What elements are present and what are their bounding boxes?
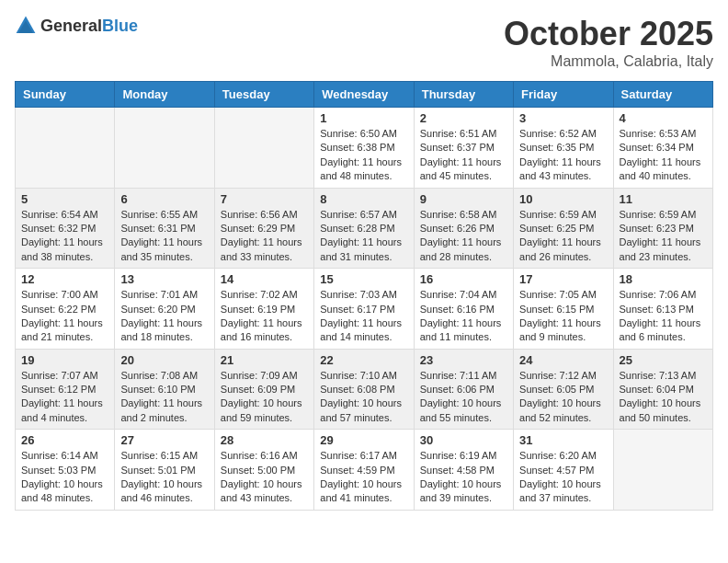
day-info: Sunrise: 7:06 AM Sunset: 6:13 PM Dayligh… [620,288,707,345]
day-number: 8 [320,192,407,206]
day-header-saturday: Saturday [613,82,712,108]
day-info: Sunrise: 6:56 AM Sunset: 6:29 PM Dayligh… [221,208,308,265]
calendar-cell: 3Sunrise: 6:52 AM Sunset: 6:35 PM Daylig… [514,108,613,189]
calendar-cell: 26Sunrise: 6:14 AM Sunset: 5:03 PM Dayli… [16,430,115,511]
day-info: Sunrise: 6:58 AM Sunset: 6:26 PM Dayligh… [420,208,507,265]
calendar-cell: 20Sunrise: 7:08 AM Sunset: 6:10 PM Dayli… [115,349,214,430]
day-info: Sunrise: 6:15 AM Sunset: 5:01 PM Dayligh… [120,449,208,506]
day-header-wednesday: Wednesday [314,82,414,108]
calendar-cell: 5Sunrise: 6:54 AM Sunset: 6:32 PM Daylig… [16,188,115,269]
calendar-cell: 7Sunrise: 6:56 AM Sunset: 6:29 PM Daylig… [214,188,313,269]
day-info: Sunrise: 7:13 AM Sunset: 6:04 PM Dayligh… [620,369,707,426]
day-number: 14 [221,272,308,286]
day-number: 12 [21,272,108,286]
day-info: Sunrise: 6:52 AM Sunset: 6:35 PM Dayligh… [519,127,607,184]
calendar-cell: 18Sunrise: 7:06 AM Sunset: 6:13 PM Dayli… [613,269,712,350]
day-number: 29 [320,433,407,447]
day-header-sunday: Sunday [16,82,115,108]
calendar-cell: 10Sunrise: 6:59 AM Sunset: 6:25 PM Dayli… [514,188,613,269]
calendar-cell: 6Sunrise: 6:55 AM Sunset: 6:31 PM Daylig… [115,188,214,269]
header: GeneralBlue October 2025 Mammola, Calabr… [15,15,713,70]
calendar-cell [115,108,214,189]
calendar-cell: 23Sunrise: 7:11 AM Sunset: 6:06 PM Dayli… [414,349,513,430]
calendar-cell: 22Sunrise: 7:10 AM Sunset: 6:08 PM Dayli… [314,349,414,430]
day-info: Sunrise: 6:51 AM Sunset: 6:37 PM Dayligh… [420,127,507,184]
day-number: 22 [320,353,407,367]
day-info: Sunrise: 7:09 AM Sunset: 6:09 PM Dayligh… [221,369,308,426]
calendar-cell: 1Sunrise: 6:50 AM Sunset: 6:38 PM Daylig… [314,108,414,189]
day-info: Sunrise: 6:59 AM Sunset: 6:23 PM Dayligh… [620,208,707,265]
day-number: 3 [519,111,607,125]
day-number: 23 [420,353,507,367]
calendar-cell: 14Sunrise: 7:02 AM Sunset: 6:19 PM Dayli… [214,269,313,350]
logo: GeneralBlue [15,15,138,37]
calendar-cell: 31Sunrise: 6:20 AM Sunset: 4:57 PM Dayli… [514,430,613,511]
calendar-cell: 29Sunrise: 6:17 AM Sunset: 4:59 PM Dayli… [314,430,414,511]
day-info: Sunrise: 6:59 AM Sunset: 6:25 PM Dayligh… [519,208,607,265]
day-info: Sunrise: 7:11 AM Sunset: 6:06 PM Dayligh… [420,369,507,426]
day-info: Sunrise: 7:00 AM Sunset: 6:22 PM Dayligh… [21,288,108,345]
day-number: 26 [21,433,108,447]
calendar-cell: 16Sunrise: 7:04 AM Sunset: 6:16 PM Dayli… [414,269,513,350]
calendar-cell: 4Sunrise: 6:53 AM Sunset: 6:34 PM Daylig… [613,108,712,189]
day-number: 4 [620,111,707,125]
calendar-cell: 27Sunrise: 6:15 AM Sunset: 5:01 PM Dayli… [115,430,214,511]
day-info: Sunrise: 7:05 AM Sunset: 6:15 PM Dayligh… [519,288,607,345]
day-header-thursday: Thursday [414,82,513,108]
day-headers-row: SundayMondayTuesdayWednesdayThursdayFrid… [16,82,713,108]
day-number: 16 [420,272,507,286]
calendar-cell [613,430,712,511]
logo-icon [15,15,37,37]
calendar-cell [214,108,313,189]
calendar-cell: 17Sunrise: 7:05 AM Sunset: 6:15 PM Dayli… [514,269,613,350]
calendar-cell: 2Sunrise: 6:51 AM Sunset: 6:37 PM Daylig… [414,108,513,189]
day-number: 27 [120,433,208,447]
calendar-cell: 9Sunrise: 6:58 AM Sunset: 6:26 PM Daylig… [414,188,513,269]
day-info: Sunrise: 6:55 AM Sunset: 6:31 PM Dayligh… [120,208,208,265]
calendar-cell: 25Sunrise: 7:13 AM Sunset: 6:04 PM Dayli… [613,349,712,430]
calendar-week-2: 5Sunrise: 6:54 AM Sunset: 6:32 PM Daylig… [16,188,713,269]
calendar-cell: 12Sunrise: 7:00 AM Sunset: 6:22 PM Dayli… [16,269,115,350]
day-info: Sunrise: 7:10 AM Sunset: 6:08 PM Dayligh… [320,369,407,426]
calendar-week-1: 1Sunrise: 6:50 AM Sunset: 6:38 PM Daylig… [16,108,713,189]
calendar-cell: 8Sunrise: 6:57 AM Sunset: 6:28 PM Daylig… [314,188,414,269]
day-number: 20 [120,353,208,367]
day-number: 1 [320,111,407,125]
day-info: Sunrise: 6:14 AM Sunset: 5:03 PM Dayligh… [21,449,108,506]
day-number: 31 [519,433,607,447]
day-number: 17 [519,272,607,286]
calendar-week-3: 12Sunrise: 7:00 AM Sunset: 6:22 PM Dayli… [16,269,713,350]
day-info: Sunrise: 6:54 AM Sunset: 6:32 PM Dayligh… [21,208,108,265]
day-info: Sunrise: 7:04 AM Sunset: 6:16 PM Dayligh… [420,288,507,345]
day-number: 21 [221,353,308,367]
day-info: Sunrise: 6:19 AM Sunset: 4:58 PM Dayligh… [420,449,507,506]
day-number: 13 [120,272,208,286]
day-number: 25 [620,353,707,367]
day-number: 19 [21,353,108,367]
day-number: 11 [620,192,707,206]
day-number: 6 [120,192,208,206]
day-info: Sunrise: 7:07 AM Sunset: 6:12 PM Dayligh… [21,369,108,426]
day-header-friday: Friday [514,82,613,108]
calendar-header: SundayMondayTuesdayWednesdayThursdayFrid… [16,82,713,108]
location-subtitle: Mammola, Calabria, Italy [504,53,713,70]
day-info: Sunrise: 7:01 AM Sunset: 6:20 PM Dayligh… [120,288,208,345]
day-info: Sunrise: 6:16 AM Sunset: 5:00 PM Dayligh… [221,449,308,506]
day-header-monday: Monday [115,82,214,108]
calendar-table: SundayMondayTuesdayWednesdayThursdayFrid… [15,81,713,511]
calendar-cell: 11Sunrise: 6:59 AM Sunset: 6:23 PM Dayli… [613,188,712,269]
calendar-cell: 21Sunrise: 7:09 AM Sunset: 6:09 PM Dayli… [214,349,313,430]
calendar-week-4: 19Sunrise: 7:07 AM Sunset: 6:12 PM Dayli… [16,349,713,430]
day-number: 9 [420,192,507,206]
day-number: 28 [221,433,308,447]
calendar-cell [16,108,115,189]
day-number: 7 [221,192,308,206]
day-number: 24 [519,353,607,367]
day-number: 2 [420,111,507,125]
day-number: 5 [21,192,108,206]
day-info: Sunrise: 6:57 AM Sunset: 6:28 PM Dayligh… [320,208,407,265]
calendar-cell: 28Sunrise: 6:16 AM Sunset: 5:00 PM Dayli… [214,430,313,511]
calendar-body: 1Sunrise: 6:50 AM Sunset: 6:38 PM Daylig… [16,108,713,511]
calendar-cell: 15Sunrise: 7:03 AM Sunset: 6:17 PM Dayli… [314,269,414,350]
logo-text: GeneralBlue [40,17,138,36]
